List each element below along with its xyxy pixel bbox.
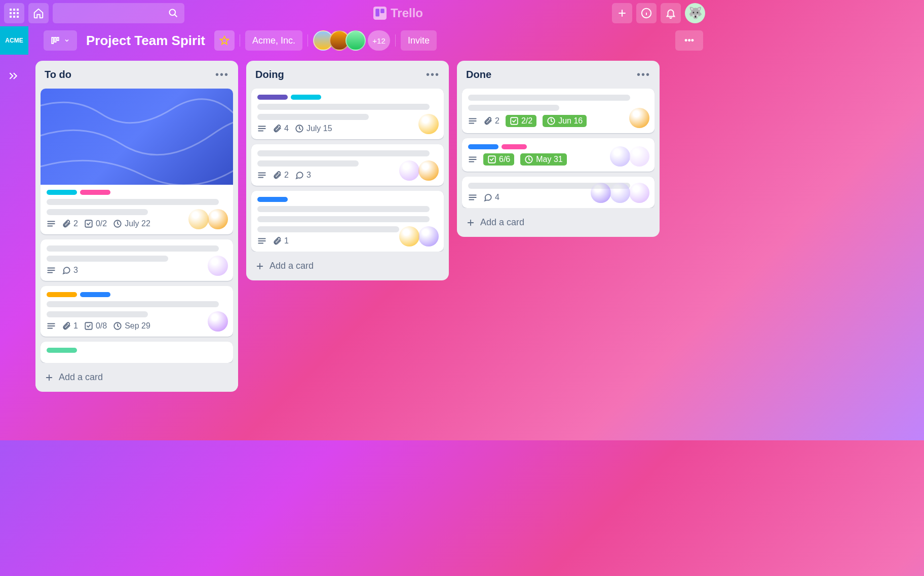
attachments-badge: 2: [483, 116, 499, 126]
board-canvas: To do•••20/2July 22310/8Sep 29Add a card…: [0, 55, 709, 440]
list-menu-button[interactable]: •••: [215, 69, 229, 80]
divider: [395, 34, 396, 47]
star-button[interactable]: [214, 30, 235, 51]
card-badges: 10/8Sep 29: [47, 321, 227, 331]
card[interactable]: [41, 342, 233, 363]
member-avatar[interactable]: [610, 183, 630, 203]
add-card-button[interactable]: Add a card: [41, 368, 233, 387]
card[interactable]: 23: [251, 144, 444, 186]
card-members: [632, 108, 649, 128]
svg-rect-5: [17, 12, 19, 14]
comments-badge: 3: [295, 171, 311, 180]
card-label[interactable]: [47, 348, 77, 353]
brand-name: Trello: [391, 6, 423, 20]
member-avatar[interactable]: [418, 114, 439, 134]
member-avatar[interactable]: [208, 311, 228, 332]
card[interactable]: 4: [462, 177, 654, 208]
create-button[interactable]: [612, 3, 632, 23]
svg-rect-15: [55, 37, 56, 42]
member-avatar[interactable]: [399, 160, 419, 181]
apps-button[interactable]: [4, 3, 24, 23]
svg-rect-10: [373, 7, 387, 20]
invite-label: Invite: [408, 35, 430, 46]
member-avatar[interactable]: [629, 183, 649, 203]
add-card-button[interactable]: Add a card: [462, 213, 654, 232]
add-card-button[interactable]: Add a card: [251, 257, 444, 275]
card-label[interactable]: [291, 95, 321, 100]
attachments-badge: 1: [273, 236, 289, 245]
card-text-placeholder: [47, 245, 219, 252]
expand-sidebar-button[interactable]: [8, 71, 18, 81]
card-text-placeholder: [468, 95, 630, 101]
svg-rect-1: [13, 9, 15, 11]
list-menu-button[interactable]: •••: [426, 69, 440, 80]
board-title[interactable]: Project Team Spirit: [82, 33, 209, 49]
card-label[interactable]: [257, 95, 288, 100]
divider: [240, 34, 240, 47]
user-avatar[interactable]: 🐺: [685, 3, 705, 23]
card-label[interactable]: [47, 292, 77, 297]
attachments-badge: 4: [273, 124, 289, 133]
info-button[interactable]: [636, 3, 657, 23]
card[interactable]: 1: [251, 191, 444, 252]
member-avatar[interactable]: [591, 183, 611, 203]
list-cards: 4July 15231: [251, 89, 444, 252]
card-label[interactable]: [257, 197, 288, 202]
card-members: [421, 114, 439, 134]
card-text-placeholder: [257, 216, 430, 222]
card[interactable]: 22/2Jun 16: [462, 89, 654, 133]
search-input[interactable]: [53, 3, 184, 23]
board-view-switcher[interactable]: [44, 30, 77, 51]
card-members: [402, 226, 439, 246]
list: Done•••22/2Jun 166/6May 314Add a card: [457, 61, 660, 237]
member-avatar[interactable]: [418, 160, 439, 181]
board-bar: ACME Project Team Spirit Acme, Inc. +12 …: [0, 26, 709, 55]
card-label[interactable]: [80, 190, 110, 195]
card-label[interactable]: [47, 190, 77, 195]
member-avatar[interactable]: [629, 146, 649, 167]
card-text-placeholder: [47, 301, 219, 307]
svg-rect-2: [17, 9, 19, 11]
workspace-logo[interactable]: ACME: [0, 26, 28, 55]
card-text-placeholder: [257, 150, 430, 156]
card-labels: [47, 190, 227, 195]
board-menu-button[interactable]: •••: [675, 30, 703, 51]
due-date-badge: July 15: [295, 124, 332, 133]
checklist-badge: 0/8: [84, 321, 107, 331]
board-members[interactable]: +12: [313, 30, 390, 51]
card[interactable]: 20/2July 22: [41, 89, 233, 234]
member-avatar[interactable]: [188, 209, 209, 229]
member-avatar[interactable]: [418, 226, 439, 246]
card[interactable]: 3: [41, 239, 233, 281]
card[interactable]: 4July 15: [251, 89, 444, 139]
list-menu-button[interactable]: •••: [637, 69, 650, 80]
member-avatar[interactable]: [208, 209, 228, 229]
member-count[interactable]: +12: [368, 30, 390, 51]
list-header: Done•••: [462, 66, 654, 84]
card-text-placeholder: [257, 104, 430, 110]
notifications-button[interactable]: [661, 3, 681, 23]
member-avatar[interactable]: [345, 30, 366, 51]
card[interactable]: 10/8Sep 29: [41, 286, 233, 337]
list-title[interactable]: Done: [466, 69, 491, 80]
workspace-button[interactable]: Acme, Inc.: [245, 30, 302, 51]
card-label[interactable]: [502, 144, 527, 149]
member-avatar[interactable]: [629, 108, 649, 128]
member-avatar[interactable]: [610, 146, 630, 167]
card[interactable]: 6/6May 31: [462, 138, 654, 172]
member-avatar[interactable]: [208, 256, 228, 276]
home-button[interactable]: [28, 3, 49, 23]
card-labels: [47, 292, 227, 297]
due-date-badge: July 22: [113, 219, 150, 228]
card-labels: [47, 348, 227, 353]
list-title[interactable]: To do: [45, 69, 71, 80]
svg-rect-8: [17, 16, 19, 18]
description-icon: [257, 236, 266, 245]
divider: [307, 34, 308, 47]
card-label[interactable]: [80, 292, 110, 297]
member-avatar[interactable]: [399, 226, 419, 246]
card-label[interactable]: [468, 144, 498, 149]
card-cover: [41, 89, 233, 185]
list-title[interactable]: Doing: [255, 69, 284, 80]
invite-button[interactable]: Invite: [401, 30, 437, 51]
